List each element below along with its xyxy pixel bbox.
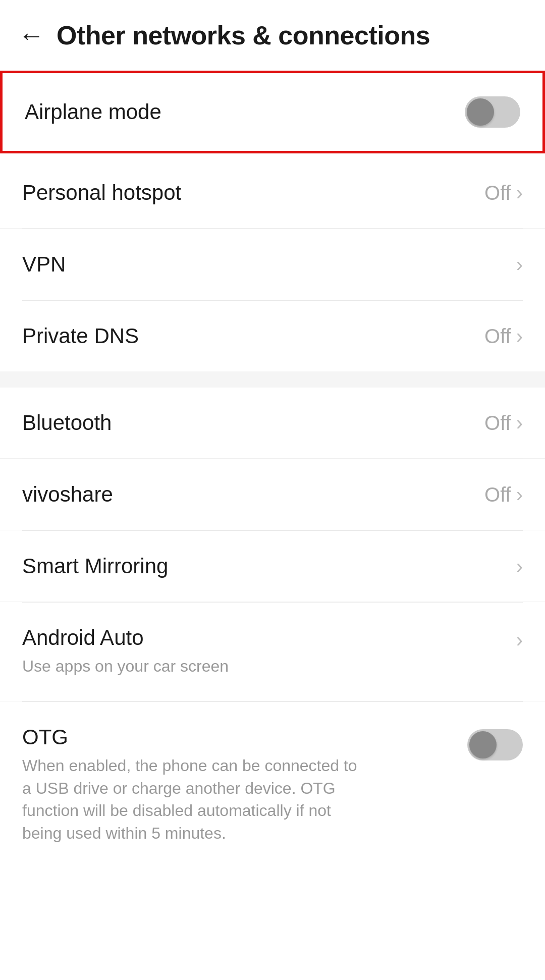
smart-mirroring-row[interactable]: Smart Mirroring ›	[0, 531, 545, 602]
private-dns-row[interactable]: Private DNS Off ›	[0, 301, 545, 371]
airplane-mode-label: Airplane mode	[25, 100, 161, 124]
personal-hotspot-label: Personal hotspot	[22, 181, 181, 205]
bluetooth-row[interactable]: Bluetooth Off ›	[0, 388, 545, 459]
settings-content: Airplane mode Personal hotspot Off › VPN…	[0, 71, 545, 868]
personal-hotspot-row[interactable]: Personal hotspot Off ›	[0, 157, 545, 229]
group-connections: Bluetooth Off › vivoshare Off › Smart Mi…	[0, 388, 545, 868]
vpn-chevron-icon: ›	[516, 254, 523, 275]
vpn-row[interactable]: VPN ›	[0, 229, 545, 300]
android-auto-row[interactable]: Android Auto Use apps on your car screen…	[0, 603, 545, 701]
personal-hotspot-status: Off	[484, 182, 511, 204]
bluetooth-status: Off	[484, 412, 511, 434]
smart-mirroring-chevron-icon: ›	[516, 556, 523, 576]
smart-mirroring-right: ›	[516, 556, 523, 576]
android-auto-chevron-icon: ›	[516, 630, 523, 650]
vivoshare-label: vivoshare	[22, 482, 113, 507]
bluetooth-right: Off ›	[484, 412, 523, 434]
otg-sublabel: When enabled, the phone can be connected…	[22, 754, 365, 845]
android-auto-label: Android Auto	[22, 626, 516, 650]
vivoshare-chevron-icon: ›	[516, 484, 523, 505]
private-dns-status: Off	[484, 325, 511, 348]
android-auto-sublabel: Use apps on your car screen	[22, 655, 365, 678]
android-auto-left: Android Auto Use apps on your car screen	[22, 626, 516, 678]
bluetooth-label: Bluetooth	[22, 411, 112, 435]
otg-left: OTG When enabled, the phone can be conne…	[22, 725, 467, 845]
private-dns-label: Private DNS	[22, 324, 139, 348]
vpn-right: ›	[516, 254, 523, 275]
airplane-mode-toggle[interactable]	[465, 96, 520, 128]
private-dns-right: Off ›	[484, 325, 523, 348]
otg-label: OTG	[22, 725, 467, 749]
otg-row[interactable]: OTG When enabled, the phone can be conne…	[0, 702, 545, 868]
android-auto-right: ›	[516, 626, 523, 650]
personal-hotspot-right: Off ›	[484, 182, 523, 204]
group-network: Personal hotspot Off › VPN › Private DNS…	[0, 157, 545, 371]
private-dns-chevron-icon: ›	[516, 326, 523, 346]
personal-hotspot-chevron-icon: ›	[516, 183, 523, 203]
otg-right	[467, 725, 523, 760]
vivoshare-right: Off ›	[484, 483, 523, 506]
airplane-mode-toggle-knob	[467, 98, 494, 126]
back-button[interactable]: ←	[18, 22, 44, 48]
smart-mirroring-label: Smart Mirroring	[22, 554, 168, 578]
otg-toggle[interactable]	[467, 729, 523, 760]
airplane-mode-highlight: Airplane mode	[0, 71, 545, 153]
vivoshare-row[interactable]: vivoshare Off ›	[0, 459, 545, 530]
otg-toggle-knob	[469, 731, 497, 758]
vivoshare-status: Off	[484, 483, 511, 506]
section-divider	[0, 371, 545, 388]
page-header: ← Other networks & connections	[0, 0, 545, 71]
vpn-label: VPN	[22, 252, 66, 277]
bluetooth-chevron-icon: ›	[516, 413, 523, 433]
page-title: Other networks & connections	[57, 20, 430, 50]
airplane-mode-row[interactable]: Airplane mode	[3, 73, 542, 151]
